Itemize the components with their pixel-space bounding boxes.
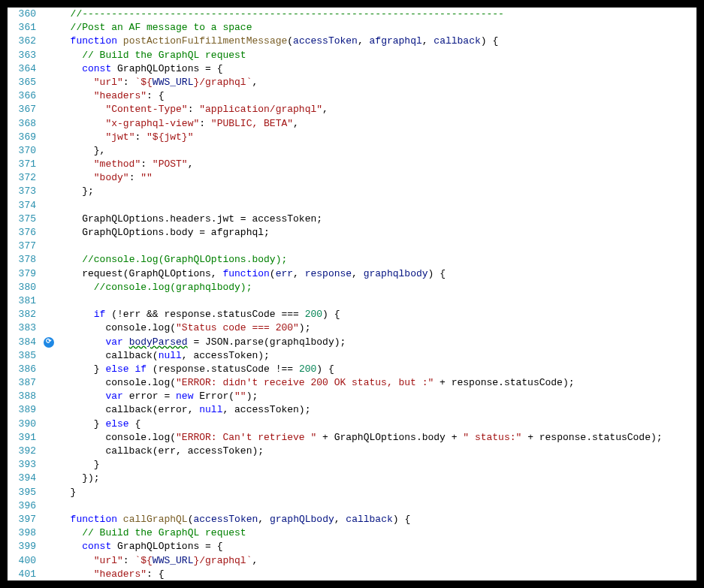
code-line[interactable]: 395 } [8, 486, 696, 499]
code-content[interactable] [59, 294, 696, 308]
code-content[interactable]: callback(error, null, accessToken); [59, 403, 696, 417]
code-line[interactable]: 393 } [8, 458, 696, 472]
code-line[interactable]: 373 }; [8, 185, 696, 198]
code-content[interactable]: "x-graphql-view": "PUBLIC, BETA", [59, 117, 696, 131]
code-line[interactable]: 383 console.log("Status code === 200"); [8, 321, 696, 335]
gutter [44, 49, 59, 62]
code-line[interactable]: 399 const GraphQLOptions = { [8, 540, 696, 553]
code-content[interactable]: request(GraphQLOptions, function(err, re… [59, 267, 696, 281]
code-content[interactable]: "headers": { [59, 568, 696, 580]
code-content[interactable]: // Build the GraphQL request [59, 49, 696, 62]
gutter [44, 144, 59, 158]
code-line[interactable]: 362 function postActionFulfillmentMessag… [8, 35, 696, 48]
code-line[interactable]: 375 GraphQLOptions.headers.jwt = accessT… [8, 213, 696, 226]
code-content[interactable] [59, 499, 696, 513]
code-content[interactable]: if (!err && response.statusCode === 200)… [59, 308, 696, 321]
code-line[interactable]: 396 [8, 499, 696, 513]
code-content[interactable]: var error = new Error(""); [59, 390, 696, 403]
code-line[interactable]: 365 "url": `${WWS_URL}/graphql`, [8, 76, 696, 89]
code-content[interactable]: callback(err, accessToken); [59, 445, 696, 458]
code-line[interactable]: 376 GraphQLOptions.body = afgraphql; [8, 226, 696, 240]
code-line[interactable]: 389 callback(error, null, accessToken); [8, 403, 696, 417]
code-line[interactable]: 364 const GraphQLOptions = { [8, 62, 696, 76]
code-line[interactable]: 361 //Post an AF message to a space [8, 21, 696, 35]
warning-underline: bodyParsed [129, 336, 188, 348]
code-line[interactable]: 363 // Build the GraphQL request [8, 49, 696, 62]
code-content[interactable]: GraphQLOptions.headers.jwt = accessToken… [59, 213, 696, 226]
gutter [44, 526, 59, 540]
code-line[interactable]: 377 [8, 240, 696, 253]
code-line[interactable]: 390 } else { [8, 418, 696, 431]
code-line[interactable]: 369 "jwt": "${jwt}" [8, 131, 696, 144]
line-number: 373 [8, 185, 44, 198]
code-content[interactable]: }; [59, 185, 696, 198]
gutter [44, 554, 59, 568]
code-editor[interactable]: 360 //----------------------------------… [8, 8, 696, 580]
code-content[interactable]: callback(null, accessToken); [59, 349, 696, 363]
code-line[interactable]: 387 console.log("ERROR: didn't receive 2… [8, 376, 696, 390]
code-content[interactable]: } else { [59, 418, 696, 431]
code-line[interactable]: 386 } else if (response.statusCode !== 2… [8, 363, 696, 376]
code-content[interactable]: "url": `${WWS_URL}/graphql`, [59, 554, 696, 568]
gutter [44, 431, 59, 445]
gutter [44, 62, 59, 76]
code-line[interactable]: 388 var error = new Error(""); [8, 390, 696, 403]
suggestion-icon[interactable]: ⟳ [44, 337, 54, 348]
code-line[interactable]: 370 }, [8, 144, 696, 158]
code-line[interactable]: 378 //console.log(GraphQLOptions.body); [8, 253, 696, 267]
code-content[interactable]: //console.log(GraphQLOptions.body); [59, 253, 696, 267]
gutter [44, 89, 59, 103]
code-line[interactable]: 392 callback(err, accessToken); [8, 445, 696, 458]
code-content[interactable]: const GraphQLOptions = { [59, 62, 696, 76]
code-content[interactable]: "method": "POST", [59, 158, 696, 171]
code-content[interactable]: function postActionFulfillmentMessage(ac… [59, 35, 696, 48]
gutter [44, 35, 59, 48]
code-content[interactable]: } [59, 458, 696, 472]
code-line[interactable]: 380 //console.log(graphqlbody); [8, 281, 696, 294]
code-line[interactable]: 372 "body": "" [8, 171, 696, 185]
code-content[interactable]: } [59, 486, 696, 499]
code-content[interactable]: console.log("ERROR: didn't receive 200 O… [59, 376, 696, 390]
code-content[interactable]: function callGraphQL(accessToken, graphQ… [59, 513, 696, 526]
code-line[interactable]: 374 [8, 199, 696, 213]
code-line[interactable]: 400 "url": `${WWS_URL}/graphql`, [8, 554, 696, 568]
code-content[interactable]: //--------------------------------------… [59, 8, 696, 21]
code-content[interactable] [59, 240, 696, 253]
code-line[interactable]: 397 function callGraphQL(accessToken, gr… [8, 513, 696, 526]
code-line[interactable]: 381 [8, 294, 696, 308]
code-line[interactable]: 367 "Content-Type": "application/graphql… [8, 103, 696, 116]
code-line[interactable]: 401 "headers": { [8, 568, 696, 580]
line-number: 367 [8, 103, 44, 116]
code-content[interactable]: "jwt": "${jwt}" [59, 131, 696, 144]
code-line[interactable]: 368 "x-graphql-view": "PUBLIC, BETA", [8, 117, 696, 131]
code-content[interactable]: //console.log(graphqlbody); [59, 281, 696, 294]
code-content[interactable]: //Post an AF message to a space [59, 21, 696, 35]
code-line[interactable]: 379 request(GraphQLOptions, function(err… [8, 267, 696, 281]
code-line[interactable]: 384⟳ var bodyParsed = JSON.parse(graphql… [8, 336, 696, 349]
code-line[interactable]: 360 //----------------------------------… [8, 8, 696, 21]
code-line[interactable]: 391 console.log("ERROR: Can't retrieve "… [8, 431, 696, 445]
code-content[interactable]: "headers": { [59, 89, 696, 103]
code-content[interactable]: "url": `${WWS_URL}/graphql`, [59, 76, 696, 89]
code-line[interactable]: 398 // Build the GraphQL request [8, 526, 696, 540]
code-content[interactable]: console.log("ERROR: Can't retrieve " + G… [59, 431, 696, 445]
code-content[interactable]: }); [59, 472, 696, 485]
code-content[interactable]: GraphQLOptions.body = afgraphql; [59, 226, 696, 240]
code-content[interactable]: // Build the GraphQL request [59, 526, 696, 540]
line-number: 389 [8, 403, 44, 417]
code-content[interactable]: console.log("Status code === 200"); [59, 321, 696, 335]
line-number: 380 [8, 281, 44, 294]
code-content[interactable]: "Content-Type": "application/graphql", [59, 103, 696, 116]
code-content[interactable]: }, [59, 144, 696, 158]
code-line[interactable]: 382 if (!err && response.statusCode === … [8, 308, 696, 321]
code-line[interactable]: 366 "headers": { [8, 89, 696, 103]
code-content[interactable]: const GraphQLOptions = { [59, 540, 696, 553]
gutter [44, 349, 59, 363]
code-content[interactable] [59, 199, 696, 213]
code-content[interactable]: var bodyParsed = JSON.parse(graphqlbody)… [59, 336, 696, 349]
code-content[interactable]: "body": "" [59, 171, 696, 185]
code-line[interactable]: 385 callback(null, accessToken); [8, 349, 696, 363]
code-line[interactable]: 371 "method": "POST", [8, 158, 696, 171]
code-content[interactable]: } else if (response.statusCode !== 200) … [59, 363, 696, 376]
code-line[interactable]: 394 }); [8, 472, 696, 485]
